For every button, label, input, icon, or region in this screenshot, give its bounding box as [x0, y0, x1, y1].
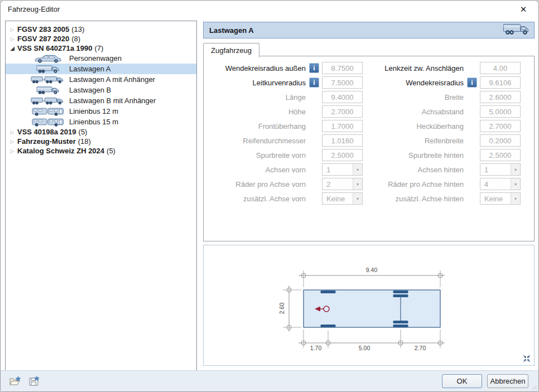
r-der-pro-achse-vorn-label: Räder pro Achse vorn [204, 180, 306, 188]
input-value: 7.5000 [331, 79, 354, 87]
tree-item-personenwagen[interactable]: Personenwagen [6, 53, 196, 64]
cancel-button[interactable]: Abbrechen [487, 374, 528, 388]
tree-item-label: Personenwagen [69, 54, 122, 62]
tree-group-label: VSS 40198a 2019 [17, 128, 76, 136]
tree-item-label: Linienbus 12 m [69, 107, 118, 115]
expand-icon[interactable]: ▷ [8, 27, 16, 32]
achsen-hinten-select[interactable]: 1▾ [480, 163, 521, 176]
spurbreite-hinten-input[interactable]: 2.5000 [480, 149, 521, 161]
save-catalog-icon[interactable] [27, 375, 41, 387]
reifendurchmesser-input[interactable]: 1.0160 [322, 134, 363, 147]
info-icon[interactable]: i [309, 78, 319, 88]
icon-spacer [467, 179, 477, 189]
tree-item-label: Linienbus 15 m [69, 118, 118, 126]
dropdown-arrow-icon[interactable]: ▾ [353, 178, 362, 190]
tree-group-fgsv-287-2020[interactable]: ▷FGSV 287 2020(8) [6, 34, 196, 43]
front-berhang-input[interactable]: 1.7000 [322, 120, 363, 132]
reifenbreite-input[interactable]: 0.2000 [480, 134, 521, 147]
form-row: Spurbreite vorn2.5000Spurbreite hinten2.… [204, 149, 534, 161]
heck-berhang-input[interactable]: 2.7000 [480, 120, 521, 132]
l-nge-input[interactable]: 9.4000 [322, 91, 363, 103]
info-icon[interactable]: i [309, 63, 319, 73]
tree-item-label: Lastwagen B [69, 86, 111, 94]
tree-group-label: FGSV 287 2020 [17, 35, 69, 43]
tree-item-linienbus-12-m[interactable]: Linienbus 12 m [6, 106, 196, 117]
breite-label: Breite [363, 93, 464, 101]
input-value: 2.7000 [489, 122, 512, 130]
dropdown-arrow-icon[interactable]: ▾ [511, 178, 520, 190]
expand-icon[interactable]: ▷ [8, 36, 16, 42]
expand-icon[interactable]: ▷ [8, 148, 16, 154]
tree-group-count: (7) [94, 44, 103, 52]
icon-spacer [309, 92, 319, 102]
tree-group-vss-40198a-2019[interactable]: ▷VSS 40198a 2019(5) [6, 127, 196, 137]
select-value: Keine [484, 195, 503, 203]
tree-item-lastwagen-a[interactable]: Lastwagen A [6, 64, 196, 74]
info-icon[interactable]: i [467, 78, 477, 88]
front-berhang-label: Frontüberhang [204, 122, 306, 130]
lenkzeit-zw-anschl-gen-label: Lenkzeit zw. Anschlägen [363, 64, 464, 72]
dropdown-arrow-icon[interactable]: ▾ [353, 193, 362, 204]
tree-group-fgsv-283-2005[interactable]: ▷FGSV 283 2005(13) [6, 25, 196, 34]
h-he-input[interactable]: 2.7000 [322, 105, 363, 118]
achsabstand-input[interactable]: 5.0000 [480, 105, 521, 118]
wendekreisradius-au-en-input[interactable]: 8.7500 [322, 62, 363, 74]
dropdown-arrow-icon[interactable]: ▾ [511, 164, 520, 175]
tree-group-vss-sn-640271a-1990[interactable]: ◢VSS SN 640271a 1990(7) [6, 43, 196, 53]
lenkzeit-zw-anschl-gen-input[interactable]: 4.00 [480, 62, 521, 74]
tree-item-label: Lastwagen B mit Anhänger [69, 96, 156, 105]
tree-item-lastwagen-a-mit-anh-nger[interactable]: Lastwagen A mit Anhänger [6, 74, 196, 85]
vehicle-header: Lastwagen A [203, 22, 535, 38]
r-der-pro-achse-hinten-label: Räder pro Achse hinten [363, 180, 464, 188]
ok-button[interactable]: OK [442, 374, 482, 388]
ok-button-label: OK [457, 377, 468, 385]
form-grid: Wendekreisradius außeni8.7500Lenkzeit zw… [204, 62, 534, 205]
reifenbreite-label: Reifenbreite [363, 137, 464, 145]
tree-item-lastwagen-b-mit-anh-nger[interactable]: Lastwagen B mit Anhänger [6, 95, 196, 106]
vehicle-tree: ▷FGSV 283 2005(13)▷FGSV 287 2020(8)◢VSS … [5, 21, 197, 372]
close-icon[interactable]: ✕ [512, 2, 535, 17]
bus-icon [30, 107, 66, 116]
form-row: Höhe2.7000Achsabstand5.0000 [204, 105, 534, 118]
leitkurvenradius-input[interactable]: 7.5000 [322, 76, 363, 89]
icon-spacer [309, 121, 319, 131]
tree-group-count: (5) [79, 128, 88, 136]
dropdown-arrow-icon[interactable]: ▾ [511, 193, 520, 204]
tree-item-lastwagen-b[interactable]: Lastwagen B [6, 85, 196, 95]
spurbreite-vorn-input[interactable]: 2.5000 [322, 149, 363, 161]
achsen-vorn-label: Achsen vorn [204, 166, 306, 174]
icon-spacer [309, 107, 319, 117]
tree-group-fahrzeug-muster[interactable]: ▷Fahrzeug-Muster(18) [6, 137, 196, 146]
leitkurvenradius-label: Leitkurvenradius [204, 79, 306, 87]
expand-icon[interactable]: ▷ [8, 129, 16, 135]
icon-spacer [309, 135, 319, 146]
resize-grip-icon[interactable] [532, 385, 537, 390]
zus-tzl-achse-vorn-select[interactable]: Keine▾ [322, 192, 363, 205]
dim-length: 9.40 [366, 267, 378, 273]
breite-input[interactable]: 2.6000 [480, 91, 521, 103]
diagram-panel: 9.40 2.60 1.70 5.00 2.70 [203, 245, 535, 366]
form-row: Wendekreisradius außeni8.7500Lenkzeit zw… [204, 62, 534, 74]
zoom-to-fit-icon[interactable] [522, 354, 531, 363]
r-der-pro-achse-vorn-select[interactable]: 2▾ [322, 178, 363, 190]
form-row: Länge9.4000Breite2.6000 [204, 91, 534, 103]
tab-zugfahrzeug[interactable]: Zugfahrzeug [203, 43, 259, 57]
achsen-hinten-label: Achsen hinten [363, 166, 464, 174]
truck-trailer-icon [30, 75, 66, 84]
collapse-icon[interactable]: ◢ [8, 45, 16, 51]
select-value: Keine [326, 195, 345, 203]
input-value: 2.5000 [489, 151, 512, 159]
open-catalog-icon[interactable] [8, 375, 22, 387]
zus-tzl-achse-hinten-select[interactable]: Keine▾ [480, 192, 521, 205]
r-der-pro-achse-hinten-select[interactable]: 4▾ [480, 178, 521, 190]
form-panel: Wendekreisradius außeni8.7500Lenkzeit zw… [203, 56, 535, 241]
expand-icon[interactable]: ▷ [8, 139, 16, 144]
tree-group-katalog-schweiz-zh-2024[interactable]: ▷Katalog Schweiz ZH 2024(5) [6, 146, 196, 156]
car-icon [30, 54, 66, 63]
tree-item-linienbus-15-m[interactable]: Linienbus 15 m [6, 117, 196, 127]
wendekreisradius-input[interactable]: 9.6106 [480, 76, 521, 89]
dropdown-arrow-icon[interactable]: ▾ [353, 164, 362, 175]
input-value: 2.7000 [331, 108, 354, 116]
l-nge-label: Länge [204, 93, 306, 101]
achsen-vorn-select[interactable]: 1▾ [322, 163, 363, 176]
